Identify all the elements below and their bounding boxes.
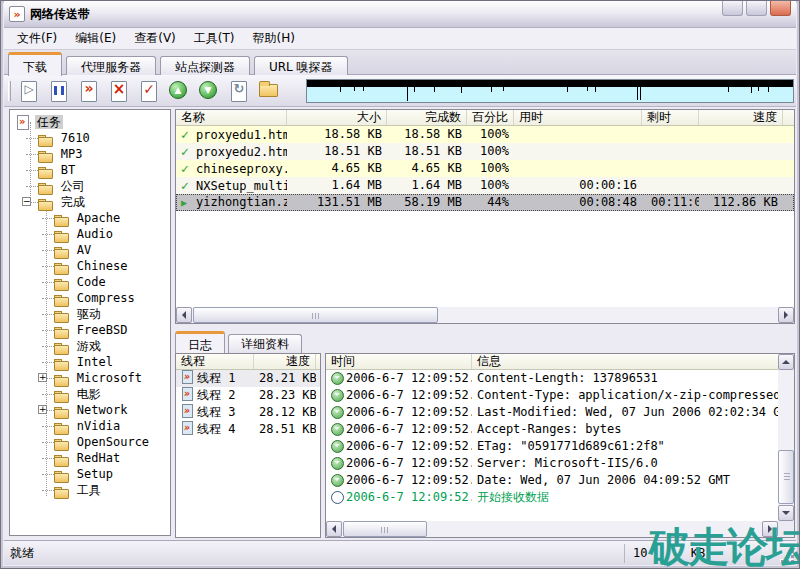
expand-toggle-icon[interactable]: − (22, 197, 31, 206)
menu-item-4[interactable]: 工具(T) (185, 28, 244, 49)
tree-item-6[interactable]: − 完成 (10, 194, 170, 210)
import-tasks-button[interactable]: ↻ (224, 77, 254, 105)
delete-task-button[interactable]: × (104, 77, 134, 105)
thread-row[interactable]: 线程 3 28.12 KB (176, 404, 320, 421)
folder-icon (54, 435, 71, 448)
maximize-button[interactable] (746, 1, 767, 16)
thread-row[interactable]: 线程 1 28.21 KB (176, 370, 320, 387)
tree-item-12[interactable]: Compress (10, 290, 170, 306)
log-hscrollbar[interactable] (326, 521, 778, 537)
tab-1[interactable]: 下载 (8, 52, 62, 76)
column-header[interactable]: 名称 (176, 110, 287, 125)
column-header[interactable]: 剩时 (642, 110, 699, 125)
log-vscrollbar[interactable] (778, 354, 794, 521)
task-row[interactable]: ✓NXSetup_multi.zip 1.64 MB 1.64 MB 100% … (176, 177, 794, 194)
tree-item-22[interactable]: RedHat (10, 450, 170, 466)
task-hscrollbar[interactable] (176, 307, 794, 323)
menu-item-5[interactable]: 帮助(H) (244, 28, 304, 49)
move-down-button[interactable]: ▼ (194, 77, 224, 105)
tree-item-label: Apache (75, 211, 122, 225)
tree-item-23[interactable]: Setup (10, 466, 170, 482)
pause-task-button[interactable] (44, 77, 74, 105)
log-row[interactable]: 2006-6-7 12:09:52.718 Content-Length: 13… (326, 370, 794, 387)
speed-graph-band (307, 80, 793, 87)
log-row[interactable]: 2006-6-7 12:09:52.718 Date: Wed, 07 Jun … (326, 472, 794, 489)
column-header[interactable]: 速度 (254, 354, 316, 369)
commit-task-button[interactable]: ✓ (134, 77, 164, 105)
tree-item-19[interactable]: + Network (10, 402, 170, 418)
tree-item-9[interactable]: AV (10, 242, 170, 258)
move-up-button[interactable]: ▲ (164, 77, 194, 105)
log-row[interactable]: 2006-6-7 12:09:52.718 Accept-Ranges: byt… (326, 421, 794, 438)
tree-item-2[interactable]: 7610 (10, 130, 170, 146)
tree-item-17[interactable]: + Microsoft (10, 370, 170, 386)
tree-item-10[interactable]: Chinese (10, 258, 170, 274)
task-row[interactable]: ✓proxyedu2.html 18.51 KB 18.51 KB 100% (176, 143, 794, 160)
tree-item-11[interactable]: Code (10, 274, 170, 290)
column-header[interactable]: 信息 (472, 354, 794, 369)
tree-item-4[interactable]: BT (10, 162, 170, 178)
scroll-left-icon[interactable] (326, 521, 342, 537)
column-header[interactable]: 时间 (326, 354, 472, 369)
log-row[interactable]: 2006-6-7 12:09:52.718 Content-Type: appl… (326, 387, 794, 404)
category-tree: 任务 7610 MP3 BT 公司 − 完成 Apache Audio (9, 109, 171, 536)
tree-item-13[interactable]: 驱动 (10, 306, 170, 322)
scroll-up-icon[interactable] (778, 354, 794, 370)
tree-item-1[interactable]: 任务 (10, 114, 170, 130)
tree-item-21[interactable]: OpenSource (10, 434, 170, 450)
column-header[interactable]: 用时 (514, 110, 642, 125)
bottom-tab-2[interactable]: 详细资料 (228, 334, 302, 353)
tree-item-7[interactable]: Apache (10, 210, 170, 226)
expand-toggle-icon[interactable]: + (38, 373, 47, 382)
tab-2[interactable]: 代理服务器 (66, 56, 156, 76)
tree-item-3[interactable]: MP3 (10, 146, 170, 162)
thread-icon (181, 404, 195, 416)
resize-grip[interactable] (781, 550, 794, 563)
tree-item-24[interactable]: 工具 (10, 482, 170, 498)
tree-item-20[interactable]: nVidia (10, 418, 170, 434)
scroll-right-icon[interactable] (778, 307, 794, 323)
toolbar-grip[interactable] (8, 81, 11, 101)
resume-task-button[interactable]: » (74, 77, 104, 105)
menu-item-3[interactable]: 查看(V) (125, 28, 185, 49)
close-button[interactable] (770, 1, 791, 16)
column-header[interactable]: 速度 (699, 110, 783, 125)
tab-4[interactable]: URL 嗅探器 (254, 56, 348, 76)
column-header[interactable]: 完成数 (387, 110, 467, 125)
log-row[interactable]: 2006-6-7 12:09:52.718 Last-Modified: Wed… (326, 404, 794, 421)
task-row[interactable]: ▶yizhongtian.zip 131.51 MB 58.19 MB 44% … (176, 194, 794, 211)
doc-pause-icon (48, 80, 70, 102)
scroll-right-icon[interactable] (762, 521, 778, 537)
column-header[interactable]: 百分比 (467, 110, 514, 125)
bottom-tab-1[interactable]: 日志 (175, 331, 225, 353)
column-header[interactable]: 大小 (287, 110, 387, 125)
log-row[interactable]: 2006-6-7 12:09:52.781 开始接收数据 (326, 489, 794, 506)
scroll-thumb[interactable] (193, 307, 438, 323)
column-header[interactable]: 线程 (176, 354, 254, 369)
tree-item-14[interactable]: FreeBSD (10, 322, 170, 338)
tree-item-15[interactable]: 游戏 (10, 338, 170, 354)
tree-item-8[interactable]: Audio (10, 226, 170, 242)
menu-item-1[interactable]: 文件(F) (8, 28, 66, 49)
tree-item-18[interactable]: 电影 (10, 386, 170, 402)
scroll-down-icon[interactable] (778, 505, 794, 521)
tree-item-16[interactable]: Intel (10, 354, 170, 370)
scroll-left-icon[interactable] (176, 307, 192, 323)
scroll-thumb[interactable] (778, 450, 794, 504)
tab-3[interactable]: 站点探测器 (160, 56, 250, 76)
tree-item-5[interactable]: 公司 (10, 178, 170, 194)
scrollbar-corner (778, 521, 794, 537)
menu-item-2[interactable]: 编辑(E) (66, 28, 125, 49)
thread-row[interactable]: 线程 2 28.23 KB (176, 387, 320, 404)
minimize-button[interactable] (722, 1, 743, 16)
scroll-thumb[interactable] (343, 521, 427, 537)
task-row[interactable]: ✓proxyedu1.html 18.58 KB 18.58 KB 100% (176, 126, 794, 143)
task-row[interactable]: ✓chineseproxy.htm 4.65 KB 4.65 KB 100% (176, 160, 794, 177)
expand-toggle-icon[interactable]: + (38, 405, 47, 414)
log-row[interactable]: 2006-6-7 12:09:52.718 ETag: "0591771d689… (326, 438, 794, 455)
thread-row[interactable]: 线程 4 28.51 KB (176, 421, 320, 438)
open-folder-button[interactable] (254, 77, 284, 105)
new-task-button[interactable]: ▷ (14, 77, 44, 105)
log-row[interactable]: 2006-6-7 12:09:52.718 Server: Microsoft-… (326, 455, 794, 472)
tree-item-label: Chinese (75, 259, 130, 273)
